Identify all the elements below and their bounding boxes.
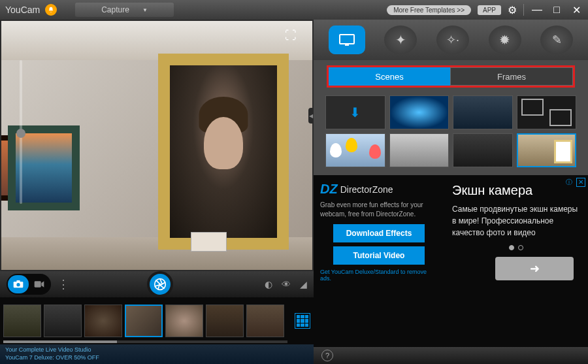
thumbnail-item[interactable] <box>125 305 163 337</box>
effect-category-tabs: ✦ ✧· ✹ ✎ <box>314 20 588 60</box>
notification-badge[interactable] <box>45 4 57 16</box>
shutter-button[interactable] <box>147 271 173 297</box>
ad-pager <box>452 245 580 250</box>
ad-dot[interactable] <box>509 245 514 250</box>
face-beauty-icon[interactable]: ◐ <box>265 279 272 290</box>
close-button[interactable]: ✕ <box>570 4 583 16</box>
svg-rect-3 <box>35 281 41 287</box>
pencil-icon: ✎ <box>552 33 562 47</box>
more-options-icon[interactable]: ⋮ <box>57 277 68 291</box>
fullscreen-icon[interactable]: ⛶ <box>285 29 297 42</box>
download-more-scenes[interactable]: ⬇ <box>325 95 385 129</box>
panel-collapse-handle[interactable]: ◀ <box>308 108 314 124</box>
scene-item[interactable] <box>517 133 577 167</box>
scene-item[interactable] <box>325 133 385 167</box>
scene-item[interactable] <box>389 95 449 129</box>
right-title-bar: More Free Templates >> APP ⚙ — □ ✕ <box>314 0 588 20</box>
ad-next-button[interactable]: ➜ <box>495 257 574 280</box>
ad-body: Самые продвинутые экшн камеры в мире! Пр… <box>452 203 580 239</box>
ad-description: Grab even more fun effects for your webc… <box>320 201 438 219</box>
minimize-button[interactable]: — <box>531 4 544 16</box>
splat-icon: ✹ <box>499 32 510 48</box>
control-bar: ⋮ ◐ 👁 ◢ <box>0 271 314 297</box>
thumbnail-item[interactable] <box>165 305 203 337</box>
help-bar: ? <box>314 347 588 364</box>
scenes-tab[interactable]: Scenes <box>329 67 450 86</box>
app-badge-button[interactable]: APP <box>478 5 501 15</box>
video-icon <box>34 280 44 288</box>
scene-item[interactable] <box>517 95 577 129</box>
scene-item[interactable] <box>453 95 513 129</box>
wand-icon: ✧· <box>446 33 459 47</box>
title-bar: YouCam Capture <box>0 0 314 20</box>
promo-line2: YouCam 7 Deluxe: OVER 50% OFF <box>5 354 308 361</box>
svg-point-1 <box>16 283 20 286</box>
dz-logo-icon: DZ <box>320 182 338 197</box>
help-icon[interactable]: ? <box>321 350 333 361</box>
remove-ads-link[interactable]: Get YouCam Deluxe/Standard to remove ads… <box>320 269 438 282</box>
svg-rect-2 <box>16 280 20 282</box>
promo-line1: Your Complete Live Video Studio <box>5 346 308 354</box>
sparkle-icon: ✦ <box>395 32 406 48</box>
ad-close-icon[interactable]: ✕ <box>576 178 585 187</box>
directorzone-ad: DZ DirectorZone Grab even more fun effec… <box>314 175 444 347</box>
thumbnail-scrollbar[interactable] <box>3 340 287 343</box>
settings-icon[interactable]: ⚙ <box>508 4 517 16</box>
thumbnail-item[interactable] <box>3 305 41 337</box>
aperture-icon <box>154 278 167 291</box>
capture-label: Capture <box>101 5 129 14</box>
camera-icon <box>13 280 24 288</box>
thumbnail-item[interactable] <box>246 305 284 337</box>
download-effects-button[interactable]: Download Effects <box>333 224 425 242</box>
scene-grid: ⬇ <box>314 93 588 170</box>
bell-icon <box>48 7 54 13</box>
mode-toggle <box>7 274 51 295</box>
thumbnail-item[interactable] <box>44 305 82 337</box>
svg-rect-5 <box>340 35 354 44</box>
monitor-icon <box>338 33 355 46</box>
thumbnail-strip <box>0 297 314 344</box>
particles-category-tab[interactable]: ✦ <box>384 25 417 54</box>
grid-view-button[interactable] <box>295 313 310 329</box>
scene-item[interactable] <box>453 133 513 167</box>
ad-info-icon[interactable]: ⓘ <box>564 178 574 187</box>
video-mode-button[interactable] <box>29 275 50 293</box>
photo-mode-button[interactable] <box>8 275 29 293</box>
thumbnail-item[interactable] <box>206 305 244 337</box>
tutorial-video-button[interactable]: Tutorial Video <box>333 246 425 265</box>
thumbnail-item[interactable] <box>84 305 122 337</box>
eye-icon[interactable]: 👁 <box>282 279 291 290</box>
distortion-category-tab[interactable]: ✹ <box>489 25 521 54</box>
promo-banner[interactable]: Your Complete Live Video Studio YouCam 7… <box>0 344 314 364</box>
app-title: YouCam <box>5 5 40 15</box>
ad-dot[interactable] <box>518 245 523 250</box>
more-templates-button[interactable]: More Free Templates >> <box>387 5 471 15</box>
divider <box>523 4 524 16</box>
eraser-icon[interactable]: ◢ <box>300 279 307 290</box>
filters-category-tab[interactable]: ✧· <box>436 25 469 54</box>
sub-tabs-highlighted: Scenes Frames <box>327 65 575 88</box>
ad-headline: Экшн камера <box>452 183 580 198</box>
draw-category-tab[interactable]: ✎ <box>540 25 573 54</box>
scene-overlay <box>1 21 312 270</box>
external-ad[interactable]: ⓘ ✕ Экшн камера Самые продвинутые экшн к… <box>444 175 588 347</box>
scenes-category-tab[interactable] <box>329 25 365 54</box>
webcam-preview: ⛶ <box>1 21 312 270</box>
download-icon: ⬇ <box>350 105 361 120</box>
capture-dropdown[interactable]: Capture <box>75 3 174 17</box>
ads-section: DZ DirectorZone Grab even more fun effec… <box>314 175 588 347</box>
frames-tab[interactable]: Frames <box>450 67 573 86</box>
dz-brand: DirectorZone <box>340 184 393 195</box>
maximize-button[interactable]: □ <box>550 4 563 16</box>
scene-item[interactable] <box>389 133 449 167</box>
zoom-slider-thumb[interactable] <box>16 129 25 138</box>
